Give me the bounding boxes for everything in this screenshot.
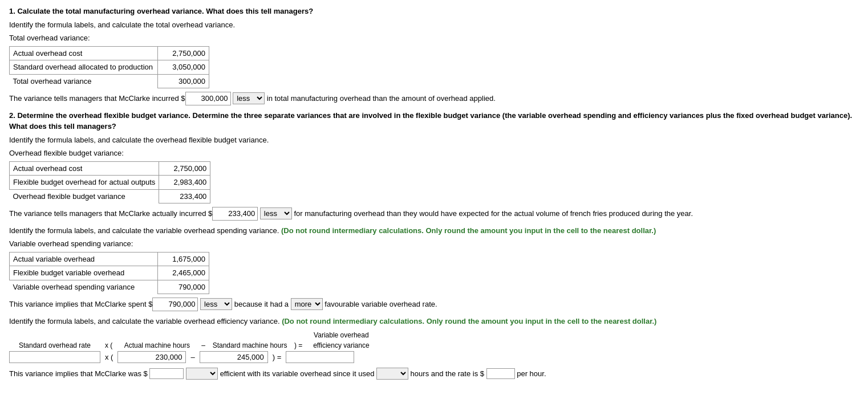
eff-col1-header: Standard overhead rate [9, 340, 100, 351]
eff-input-standard-hours[interactable] [200, 351, 268, 363]
q1-block-label: Total overhead variance: [9, 32, 859, 44]
q2-total-row: Overhead flexible budget variance 233,40… [10, 189, 210, 203]
q1-table: Actual overhead cost 2,750,000 Standard … [9, 46, 209, 89]
eff-more-less-select1[interactable]: moreless [186, 368, 218, 380]
eff-col2-header: Actual machine hours [117, 340, 197, 351]
efficiency-implication-text: This variance implies that McClarke was … [9, 368, 859, 380]
q1-value-2: 3,050,000 [158, 60, 209, 75]
q1-text-pre: The variance tells managers that McClark… [9, 94, 185, 103]
spending-less-more-select[interactable]: lessmore [200, 298, 232, 310]
efficiency-note: (Do not round intermediary calculations.… [282, 317, 656, 325]
spending-value-2: 2,465,000 [158, 266, 209, 280]
spending-text-mid: because it had a [234, 300, 289, 308]
spending-subtitle-label: Identify the formula labels, and calcula… [9, 225, 859, 237]
eff-header-col2-label: Actual machine hours [117, 340, 197, 351]
eff-input-actual-hours[interactable] [117, 351, 186, 363]
eff-text-mid: efficient with its variable overhead sin… [220, 369, 376, 378]
q2-text-pre: The variance tells managers that McClark… [9, 209, 212, 218]
eff-val-eq: ) = [270, 352, 284, 363]
table-row: Flexible budget overhead for actual outp… [10, 176, 210, 190]
spending-text-post: favourable variable overhead rate. [325, 300, 437, 308]
spending-note: (Do not round intermediary calculations.… [281, 226, 656, 235]
eff-val-minus: – [188, 352, 197, 363]
q2-label-1: Actual overhead cost [10, 161, 159, 176]
eff-header-x1: x ( [103, 340, 115, 351]
spending-table: Actual variable overhead 1,675,000 Flexi… [9, 252, 209, 295]
table-row: Actual overhead cost 2,750,000 [10, 161, 210, 176]
q1-subtitle: Identify the formula labels, and calcula… [9, 19, 859, 31]
q1-total-row: Total overhead variance 300,000 [10, 74, 209, 88]
spending-block-label: Variable overhead spending variance: [9, 238, 859, 250]
q1-variance-text: The variance tells managers that McClark… [9, 92, 859, 105]
q1-less-more-select[interactable]: lessmore [233, 92, 265, 104]
table-row: Actual variable overhead 1,675,000 [10, 252, 209, 266]
eff-text-end: per hour. [517, 369, 546, 378]
q1-total-value: 300,000 [158, 74, 209, 88]
q2-title: 2. Determine the overhead flexible budge… [9, 110, 859, 132]
q2-subtitle: Identify the formula labels, and calcula… [9, 135, 859, 146]
spending-total-label: Variable overhead spending variance [10, 280, 158, 294]
eff-val-col3[interactable] [200, 351, 268, 363]
table-row: Actual overhead cost 2,750,000 [10, 46, 209, 60]
spending-total-row: Variable overhead spending variance 790,… [10, 280, 209, 294]
table-row: Flexible budget variable overhead 2,465,… [10, 266, 209, 280]
q1-label-2: Standard overhead allocated to productio… [10, 60, 158, 75]
q1-total-label: Total overhead variance [10, 74, 158, 88]
spending-amount-input[interactable]: 790,000 [152, 298, 198, 311]
efficiency-block: Standard overhead rate x ( Actual machin… [9, 330, 859, 363]
eff-text-pre: This variance implies that McClarke was … [9, 369, 148, 378]
table-row: Standard overhead allocated to productio… [10, 60, 209, 75]
q1-title: 1. Calculate the total manufacturing ove… [9, 6, 859, 17]
spending-variance-text: This variance implies that McClarke spen… [9, 298, 859, 311]
q1-text-post: in total manufacturing overhead than the… [267, 94, 496, 103]
eff-val-col2[interactable] [117, 351, 186, 363]
eff-text-post: hours and the rate is $ [411, 369, 484, 378]
q2-value-2: 2,983,400 [159, 176, 210, 190]
spending-total-value: 790,000 [158, 280, 209, 294]
efficiency-value-row: x ( – ) = [9, 351, 859, 363]
eff-more-less-select2[interactable]: moreless [376, 368, 408, 380]
eff-header-eq: ) = [292, 340, 305, 351]
eff-val-col4[interactable] [286, 351, 354, 363]
q2-value-1: 2,750,000 [159, 161, 210, 176]
spending-more-less-select2[interactable]: moreless [291, 298, 323, 310]
q1-label-1: Actual overhead cost [10, 46, 158, 60]
eff-input-rate[interactable] [9, 351, 100, 363]
efficiency-subtitle-label: Identify the formula labels, and calcula… [9, 316, 859, 327]
q2-less-more-select[interactable]: lessmore [260, 207, 292, 219]
q2-amount-input[interactable]: 233,400 [212, 207, 258, 221]
spending-label-1: Actual variable overhead [10, 252, 158, 266]
spending-label-2: Flexible budget variable overhead [10, 266, 158, 280]
eff-col4-header: Variable overhead efficiency variance [307, 330, 375, 351]
eff-header-col3-label: Standard machine hours [210, 340, 290, 351]
q2-text-post: for manufacturing overhead than they wou… [294, 209, 693, 218]
spending-text-pre: This variance implies that McClarke spen… [9, 300, 152, 308]
efficiency-header-row: Standard overhead rate x ( Actual machin… [9, 330, 859, 351]
eff-val-col1[interactable] [9, 351, 100, 363]
eff-col3-header: Standard machine hours [210, 340, 290, 351]
eff-header-minus: – [199, 340, 208, 351]
q2-table: Actual overhead cost 2,750,000 Flexible … [9, 161, 210, 204]
q2-total-value: 233,400 [159, 189, 210, 203]
eff-header-col1-label: Standard overhead rate [9, 340, 100, 351]
q2-total-label: Overhead flexible budget variance [10, 189, 159, 203]
eff-header-col4-label: Variable overhead efficiency variance [307, 330, 375, 351]
eff-implication-amount[interactable] [149, 368, 184, 379]
q1-value-1: 2,750,000 [158, 46, 209, 60]
q2-block-label: Overhead flexible budget variance: [9, 148, 859, 159]
q2-variance-text: The variance tells managers that McClark… [9, 207, 859, 221]
eff-val-x1: x ( [103, 352, 115, 363]
eff-input-result[interactable] [286, 351, 354, 363]
q1-amount-input[interactable]: 300,000 [185, 92, 231, 105]
eff-rate-field[interactable] [486, 368, 515, 379]
spending-value-1: 1,675,000 [158, 252, 209, 266]
q2-label-2: Flexible budget overhead for actual outp… [10, 176, 159, 190]
